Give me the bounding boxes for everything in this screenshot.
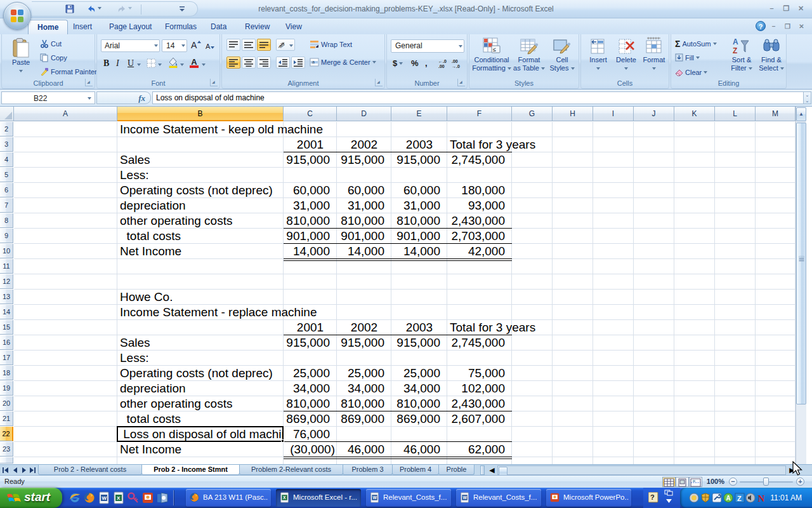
column-header-E[interactable]: E [391, 107, 447, 121]
underline-button[interactable]: U [128, 58, 134, 69]
cell-C9[interactable]: 901,000 [284, 229, 330, 244]
font-color-button[interactable]: A [190, 57, 199, 68]
grow-font-button[interactable]: A [191, 40, 201, 50]
qat-customize-button[interactable] [179, 4, 185, 15]
expand-formula-bar-button[interactable]: ⌄⌄ [803, 91, 811, 104]
align-left-button[interactable] [226, 57, 240, 69]
firefox-icon[interactable] [83, 491, 96, 504]
tab-home[interactable]: Home [28, 20, 68, 34]
zoom-level[interactable]: 100% [707, 478, 724, 485]
row-header-7[interactable]: 7 [0, 198, 13, 213]
access-key-icon[interactable] [127, 491, 140, 504]
cell-D8[interactable]: 810,000 [337, 213, 384, 229]
align-right-button[interactable] [257, 57, 271, 69]
powerpoint-quicklaunch-icon[interactable] [141, 491, 154, 504]
italic-button[interactable]: I [116, 58, 119, 69]
format-as-table-button[interactable]: Formatas Table [513, 37, 546, 72]
row-header-21[interactable]: 21 [0, 411, 13, 426]
row-header-12[interactable]: 12 [0, 274, 13, 289]
horizontal-scrollbar[interactable] [497, 465, 786, 475]
row-header-13[interactable]: 13 [0, 290, 13, 304]
cell-C10[interactable]: 14,000 [284, 244, 330, 259]
taskbar-button-4[interactable]: Microsoft PowerPo... [546, 489, 631, 507]
name-box-dropdown[interactable] [88, 97, 91, 100]
tray-settings-icon[interactable] [712, 493, 722, 503]
name-box[interactable]: B22 [1, 91, 95, 104]
undo-dropdown[interactable] [98, 4, 102, 15]
row-header-14[interactable]: 14 [0, 305, 13, 319]
row-header-20[interactable]: 20 [0, 396, 13, 411]
cell-E18[interactable]: 25,000 [391, 366, 440, 381]
paste-button[interactable]: Paste [7, 38, 35, 75]
increase-decimal-button[interactable]: ←.0.00 [438, 58, 450, 69]
cell-B16[interactable]: Sales [117, 335, 150, 351]
tab-review[interactable]: Review [236, 20, 278, 34]
scroll-up-button[interactable]: ▲ [796, 107, 806, 121]
cell-E15[interactable]: 2003 [391, 320, 447, 335]
insert-function-button[interactable]: fx [138, 93, 145, 104]
cell-B17[interactable]: Less: [117, 351, 148, 366]
shrink-font-button[interactable]: A [206, 41, 214, 51]
cell-F23[interactable]: 62,000 [447, 442, 505, 457]
cell-C15[interactable]: 2001 [284, 320, 337, 335]
align-top-button[interactable] [226, 39, 240, 51]
sheet-tab-5[interactable]: Proble [438, 465, 475, 475]
cell-B7[interactable]: depreciation [117, 198, 186, 213]
sort-filter-button[interactable]: AZ Sort &Filter [727, 37, 756, 72]
align-middle-button[interactable] [242, 39, 256, 51]
copy-button[interactable]: Copy [40, 53, 67, 62]
number-dialog-launcher[interactable] [457, 79, 465, 86]
cell-D16[interactable]: 915,000 [337, 335, 384, 351]
undo-button[interactable] [86, 4, 96, 15]
sheet-tab-2[interactable]: Problem 2-Relevant costs [239, 465, 343, 475]
column-header-I[interactable]: I [593, 107, 634, 121]
cell-E7[interactable]: 31,000 [391, 198, 440, 213]
tab-insert[interactable]: Insert [64, 20, 101, 34]
sheet-tab-4[interactable]: Problem 4 [392, 465, 439, 475]
decrease-decimal-button[interactable]: .00→.0 [451, 58, 463, 69]
row-header-17[interactable]: 17 [0, 351, 13, 365]
taskbar-button-1[interactable]: XMicrosoft Excel - r... [276, 489, 361, 507]
cell-D20[interactable]: 810,000 [337, 396, 384, 411]
insert-cells-button[interactable]: Insert [585, 37, 612, 72]
cell-F21[interactable]: 2,607,000 [447, 411, 505, 427]
increase-indent-button[interactable] [291, 57, 305, 69]
cell-C3[interactable]: 2001 [284, 137, 337, 152]
cell-C21[interactable]: 869,000 [284, 411, 330, 427]
zoom-out-button[interactable]: − [729, 478, 737, 486]
cell-B14[interactable]: Income Statement - replace machine [117, 305, 317, 320]
cell-B4[interactable]: Sales [117, 152, 150, 168]
word-quicklaunch-icon[interactable]: W [98, 491, 110, 504]
tray-netscape-icon[interactable]: N [757, 493, 767, 503]
help-button[interactable]: ? [756, 21, 766, 31]
last-sheet-button[interactable] [28, 465, 37, 475]
taskbar-button-0[interactable]: BA 213 W11 (Pasc... [186, 489, 271, 507]
window-minimize-button[interactable]: – [766, 4, 778, 13]
merge-center-button[interactable]: a Merge & Center [310, 58, 376, 67]
format-painter-button[interactable]: Format Painter [40, 67, 97, 76]
cell-B9[interactable]: total costs [117, 229, 181, 244]
cell-B8[interactable]: other operating costs [117, 213, 232, 229]
column-header-H[interactable]: H [553, 107, 593, 121]
normal-view-button[interactable] [662, 477, 676, 487]
desktop-icon[interactable] [664, 490, 673, 496]
alignment-dialog-launcher[interactable] [375, 79, 383, 86]
cell-B23[interactable]: Net Income [117, 442, 181, 457]
vertical-scroll-thumb[interactable] [796, 123, 806, 404]
tray-z-icon[interactable]: Z [735, 493, 745, 503]
cut-button[interactable]: Cut [40, 39, 62, 48]
column-header-J[interactable]: J [634, 107, 674, 121]
office-button[interactable] [3, 2, 31, 30]
next-sheet-button[interactable] [19, 465, 29, 475]
cell-D7[interactable]: 31,000 [337, 198, 384, 213]
cell-F20[interactable]: 2,430,000 [447, 396, 505, 411]
row-header-10[interactable]: 10 [0, 244, 13, 258]
cell-D23[interactable]: 46,000 [337, 442, 384, 457]
workbook-close-button[interactable]: ✕ [796, 23, 807, 31]
cell-B2[interactable]: Income Statement - keep old machine [117, 122, 323, 137]
tab-page-layout[interactable]: Page Layout [100, 20, 160, 34]
tab-formulas[interactable]: Formulas [156, 20, 206, 34]
cell-F7[interactable]: 93,000 [447, 198, 505, 213]
row-header-15[interactable]: 15 [0, 320, 13, 335]
cell-C16[interactable]: 915,000 [284, 335, 330, 351]
